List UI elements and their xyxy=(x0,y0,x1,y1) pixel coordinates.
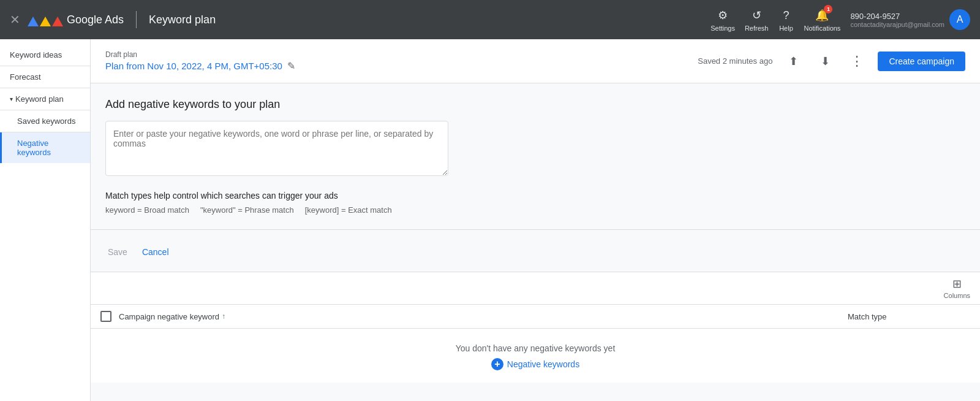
add-link-icon: + xyxy=(491,358,503,370)
avatar[interactable]: A xyxy=(949,9,970,30)
help-button[interactable]: ? Help xyxy=(778,7,794,32)
draft-plan-label: Draft plan xyxy=(105,50,295,59)
page-title: Keyword plan xyxy=(149,13,216,26)
sidebar: Keyword ideas Forecast ▾ Keyword plan Sa… xyxy=(0,39,91,401)
user-info: 890-204-9527 contactadityarajput@gmail.c… xyxy=(850,12,944,28)
sidebar-item-keyword-ideas[interactable]: Keyword ideas xyxy=(0,44,90,66)
plan-header-right: Saved 2 minutes ago ⬆ ⬇ ⋮ Create campaig… xyxy=(698,50,965,72)
user-menu[interactable]: 890-204-9527 contactadityarajput@gmail.c… xyxy=(850,9,970,30)
topbar-divider xyxy=(136,11,137,28)
sidebar-item-saved-keywords[interactable]: Saved keywords xyxy=(0,110,90,132)
table-header-row: Campaign negative keyword ↑ Match type xyxy=(91,304,980,329)
plan-header: Draft plan Plan from Nov 10, 2022, 4 PM,… xyxy=(91,39,980,83)
topbar: ✕ Google Ads Keyword plan ⚙ Settings xyxy=(0,0,980,39)
notification-badge: 1 xyxy=(824,5,832,13)
refresh-button[interactable]: ↺ Refresh xyxy=(745,7,769,32)
topbar-actions: ⚙ Settings ↺ Refresh ? Help 🔔 1 Notifica… xyxy=(710,7,970,32)
notification-bell-icon: 🔔 1 xyxy=(814,7,830,23)
add-negative-keywords-link[interactable]: + Negative keywords xyxy=(491,358,579,370)
page-body: Add negative keywords to your plan Match… xyxy=(91,83,980,401)
settings-icon: ⚙ xyxy=(715,7,731,23)
share-button[interactable]: ⬆ xyxy=(782,50,804,72)
table-section: ⊞ Columns Campaign negative keyword ↑ Ma… xyxy=(91,272,980,383)
broad-match-desc: keyword = Broad match xyxy=(105,205,189,215)
col-keyword-header: Campaign negative keyword ↑ xyxy=(119,312,840,321)
match-types-section: Match types help control which searches … xyxy=(105,191,965,215)
col-matchtype-header: Match type xyxy=(848,312,970,321)
table-toolbar: ⊞ Columns xyxy=(91,272,980,304)
user-email: contactadityarajput@gmail.com xyxy=(850,21,944,28)
more-options-button[interactable]: ⋮ xyxy=(846,50,868,72)
saved-timestamp: Saved 2 minutes ago xyxy=(698,56,772,66)
sidebar-item-forecast[interactable]: Forecast xyxy=(0,66,90,88)
columns-button[interactable]: ⊞ Columns xyxy=(944,277,970,299)
plan-header-left: Draft plan Plan from Nov 10, 2022, 4 PM,… xyxy=(105,50,295,72)
sidebar-item-negative-keywords[interactable]: Negative keywords xyxy=(0,132,90,163)
match-types-title: Match types help control which searches … xyxy=(105,191,965,200)
user-phone: 890-204-9527 xyxy=(850,12,944,21)
action-row: Save Cancel xyxy=(105,242,965,272)
main-content: Draft plan Plan from Nov 10, 2022, 4 PM,… xyxy=(91,39,980,401)
help-icon: ? xyxy=(778,7,794,23)
edit-plan-icon[interactable]: ✎ xyxy=(287,60,295,72)
section-title: Add negative keywords to your plan xyxy=(105,98,965,111)
sidebar-item-keyword-plan[interactable]: ▾ Keyword plan xyxy=(0,88,90,110)
plan-title-row: Plan from Nov 10, 2022, 4 PM, GMT+05:30 … xyxy=(105,60,295,72)
save-button[interactable]: Save xyxy=(105,242,130,262)
app-layout: Keyword ideas Forecast ▾ Keyword plan Sa… xyxy=(0,39,980,401)
app-logo: Google Ads xyxy=(28,13,124,26)
empty-state: You don't have any negative keywords yet… xyxy=(91,329,980,383)
match-types-desc: keyword = Broad match "keyword" = Phrase… xyxy=(105,205,965,215)
google-ads-logo xyxy=(28,13,63,26)
settings-button[interactable]: ⚙ Settings xyxy=(710,7,735,32)
exact-match-desc: [keyword] = Exact match xyxy=(305,205,392,215)
sort-icon[interactable]: ↑ xyxy=(222,312,225,321)
empty-state-text: You don't have any negative keywords yet xyxy=(456,343,616,353)
phrase-match-desc: "keyword" = Phrase match xyxy=(200,205,294,215)
negative-keywords-input[interactable] xyxy=(105,121,448,176)
divider xyxy=(91,229,980,230)
chevron-down-icon: ▾ xyxy=(10,96,13,102)
select-all-checkbox[interactable] xyxy=(100,311,111,322)
download-button[interactable]: ⬇ xyxy=(814,50,836,72)
cancel-button[interactable]: Cancel xyxy=(140,242,172,262)
columns-icon: ⊞ xyxy=(952,277,962,291)
app-name: Google Ads xyxy=(67,13,124,26)
notifications-button[interactable]: 🔔 1 Notifications xyxy=(804,7,840,32)
create-campaign-button[interactable]: Create campaign xyxy=(878,52,965,71)
plan-title: Plan from Nov 10, 2022, 4 PM, GMT+05:30 xyxy=(105,61,282,71)
refresh-icon: ↺ xyxy=(748,7,764,23)
close-icon[interactable]: ✕ xyxy=(10,13,20,26)
